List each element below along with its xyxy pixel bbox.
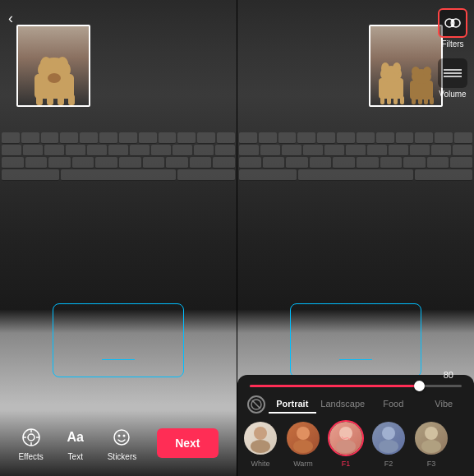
filter-white[interactable]: White [242, 420, 278, 468]
stickers-label: Stickers [108, 452, 137, 461]
filter-slider-container: 80 [237, 385, 474, 395]
svg-point-44 [297, 427, 310, 440]
svg-point-45 [293, 440, 313, 453]
svg-rect-4 [36, 95, 43, 105]
text-icon: Aa [64, 426, 87, 449]
stickers-button[interactable]: Stickers [108, 426, 137, 461]
right-tools: Filters Volume [438, 8, 467, 99]
left-panel: ‹ Effects Aa [0, 0, 237, 476]
svg-rect-6 [58, 95, 64, 105]
video-thumbnail-left [16, 25, 90, 107]
svg-rect-5 [47, 95, 53, 105]
svg-point-36 [451, 19, 454, 27]
trackpad [53, 303, 184, 377]
svg-point-50 [425, 427, 438, 440]
svg-point-42 [254, 427, 267, 440]
filter-name-f1: F1 [342, 460, 351, 468]
filter-f1[interactable]: F1 [328, 420, 364, 468]
filter-name-f2: F2 [384, 460, 393, 468]
filter-circle-warm [285, 420, 321, 456]
svg-line-41 [252, 400, 260, 409]
filter-tabs-row: Portrait Landscape Food Vibe [237, 395, 474, 420]
trackpad-right [290, 303, 421, 377]
svg-point-10 [28, 434, 35, 441]
filter-circle-f1 [328, 420, 364, 456]
tab-food[interactable]: Food [370, 395, 417, 414]
slider-fill [250, 385, 419, 387]
text-label: Text [68, 452, 83, 461]
stickers-icon [110, 426, 133, 449]
tab-portrait[interactable]: Portrait [269, 395, 316, 414]
svg-rect-33 [430, 97, 434, 104]
filter-f3[interactable]: F3 [413, 420, 449, 468]
filter-tabs: Portrait Landscape Food Vibe [269, 395, 467, 414]
volume-tool[interactable]: Volume [438, 58, 467, 99]
filter-name-warm: Warm [293, 460, 313, 468]
filter-circles: White Warm [237, 420, 474, 468]
svg-rect-25 [400, 96, 404, 104]
svg-point-2 [40, 57, 52, 72]
volume-label: Volume [439, 90, 466, 99]
svg-point-15 [114, 430, 129, 445]
svg-point-43 [251, 440, 270, 453]
filter-panel: 80 Portrait Landscape Food [237, 375, 474, 476]
effects-icon [20, 426, 43, 449]
svg-rect-23 [387, 96, 391, 104]
svg-rect-22 [380, 96, 384, 104]
filters-label: Filters [441, 39, 463, 49]
slider-thumb[interactable] [414, 381, 425, 391]
volume-icon-box [438, 58, 467, 88]
svg-point-8 [48, 73, 61, 83]
effects-button[interactable]: Effects [18, 426, 43, 461]
no-filter-button[interactable] [247, 395, 265, 414]
svg-point-47 [336, 440, 356, 453]
svg-rect-32 [424, 97, 428, 104]
svg-rect-24 [393, 96, 398, 104]
svg-rect-7 [68, 95, 75, 105]
filter-circle-f2 [370, 420, 407, 456]
svg-point-3 [57, 57, 68, 72]
filter-circle-white [242, 420, 278, 456]
tab-landscape[interactable]: Landscape [320, 395, 367, 414]
back-button[interactable]: ‹ [8, 10, 13, 27]
svg-point-28 [412, 67, 420, 76]
next-button[interactable]: Next [157, 428, 218, 458]
right-panel: Filters Volume 80 [237, 0, 474, 476]
svg-point-49 [379, 440, 398, 453]
svg-rect-30 [412, 97, 416, 104]
filter-circle-f3 [413, 420, 449, 456]
tab-vibe[interactable]: Vibe [421, 395, 468, 414]
video-thumbnail-right [369, 25, 443, 107]
svg-point-51 [421, 440, 441, 453]
filter-f2[interactable]: F2 [370, 420, 407, 468]
filters-tool[interactable]: Filters [438, 8, 467, 49]
filters-icon-box [438, 8, 467, 38]
svg-point-21 [393, 62, 401, 74]
svg-point-48 [382, 427, 395, 440]
effects-label: Effects [18, 452, 43, 461]
slider-value: 80 [444, 370, 453, 380]
svg-point-20 [381, 62, 389, 74]
svg-point-29 [423, 67, 431, 76]
slider-track[interactable] [250, 385, 462, 387]
text-button[interactable]: Aa Text [64, 426, 87, 461]
filter-warm[interactable]: Warm [285, 420, 321, 468]
filter-name-f3: F3 [427, 460, 436, 468]
svg-point-17 [123, 434, 126, 437]
bottom-toolbar: Effects Aa Text Stickers [0, 410, 237, 476]
svg-point-16 [118, 434, 121, 437]
filter-name-white: White [251, 460, 269, 468]
svg-rect-31 [418, 97, 422, 104]
